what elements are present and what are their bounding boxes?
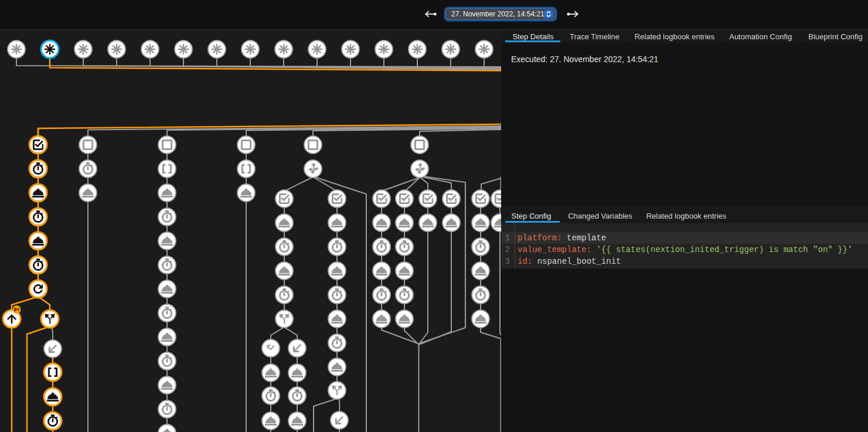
svg-text:9+: 9+: [13, 307, 19, 312]
